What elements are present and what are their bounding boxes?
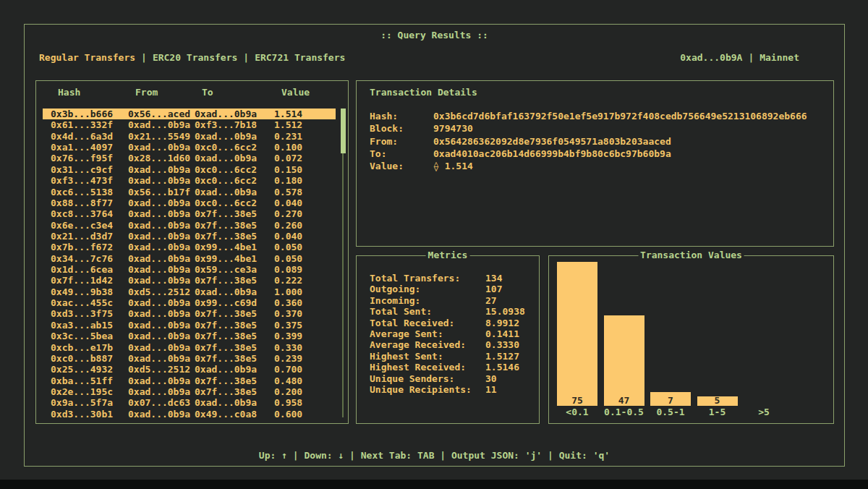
cell-to: 0xad...0b9a xyxy=(195,131,274,142)
table-row[interactable]: 0xba...51ff0xad...0b9a0x7f...38e50.480 xyxy=(43,375,336,386)
table-row[interactable]: 0x7b...f6720xad...0b9a0x99...4be10.050 xyxy=(43,242,336,252)
column-header-from: From xyxy=(135,87,202,98)
details-fields: Hash:0x3b6cd7d6bfaf163792f50e1ef5e917b97… xyxy=(370,110,826,172)
detail-field-value: ⟠ 1.514 xyxy=(433,160,473,172)
cell-value: 0.040 xyxy=(274,197,336,208)
table-row[interactable]: 0xd3...30b10xad...0b9a0x49...c0a80.600 xyxy=(43,409,336,420)
table-row[interactable]: 0x2e...195c0xad...0b9a0x7f...38e50.200 xyxy=(43,386,336,397)
cell-value: 0.231 xyxy=(274,131,336,142)
cell-value: 0.150 xyxy=(274,164,336,175)
tab-erc721-transfers[interactable]: ERC721 Transfers xyxy=(255,52,345,63)
table-row[interactable]: 0x3b...b6660x56...aced0xad...0b9a1.514 xyxy=(43,109,336,119)
table-row[interactable]: 0x7f...1d420xad...0b9a0x7f...38e50.222 xyxy=(43,275,336,286)
table-row[interactable]: 0xac...455c0xad...0b9a0x99...c69d0.360 xyxy=(43,297,336,308)
table-row[interactable]: 0x6e...c3e40xad...0b9a0x7f...38e50.260 xyxy=(43,220,336,231)
metric-label: Average Received: xyxy=(370,339,485,350)
cell-hash: 0xc8...3764 xyxy=(51,208,128,219)
cell-hash: 0xd3...30b1 xyxy=(51,409,128,420)
metric-item: Highest Sent:1.5127 xyxy=(370,351,535,362)
cell-to: 0x99...4be1 xyxy=(195,242,274,252)
tab-regular-transfers[interactable]: Regular Transfers xyxy=(39,52,135,63)
metric-label: Outgoing: xyxy=(370,284,485,294)
tab-separator: | xyxy=(237,52,255,63)
bar-count-label: 7 xyxy=(650,395,691,406)
chart-bar-slot: >5 xyxy=(744,406,784,418)
cell-hash: 0xc0...b887 xyxy=(51,353,128,364)
detail-field: From:0x564286362092d8e7936f0549571a803b2… xyxy=(370,135,826,148)
table-row[interactable]: 0x3c...5bea0xad...0b9a0x7f...38e50.399 xyxy=(43,331,336,341)
cell-hash: 0xd3...3f75 xyxy=(51,308,128,319)
cell-hash: 0xc6...5138 xyxy=(51,187,128,197)
cell-value: 0.270 xyxy=(274,208,336,219)
scrollbar-thumb[interactable] xyxy=(341,109,346,153)
tab-erc20-transfers[interactable]: ERC20 Transfers xyxy=(153,52,237,63)
metric-item: Total Sent:15.0938 xyxy=(370,306,535,317)
x-axis-label: 1-5 xyxy=(709,407,726,418)
metric-item: Unique Senders:30 xyxy=(370,373,535,384)
x-axis-label: >5 xyxy=(758,407,770,418)
cell-value: 0.700 xyxy=(274,364,336,375)
table-row[interactable]: 0xa1...40970xad...0b9a0xc0...6cc20.100 xyxy=(43,142,336,153)
table-row[interactable]: 0xc6...51380x56...b17f0xad...0b9a0.578 xyxy=(43,187,336,197)
cell-to: 0x7f...38e5 xyxy=(195,231,274,242)
wallet-address: 0xad...0b9A xyxy=(680,52,742,63)
cell-value: 0.100 xyxy=(274,142,336,153)
table-row[interactable]: 0x25...49320xd5...25120xad...0b9a0.700 xyxy=(43,364,336,375)
table-row[interactable]: 0x88...8f770xad...0b9a0xc0...6cc20.040 xyxy=(43,197,336,208)
table-row[interactable]: 0x31...c9cf0xad...0b9a0xc0...6cc20.150 xyxy=(43,164,336,175)
cell-from: 0xad...0b9a xyxy=(128,197,195,208)
metric-value: 0.1411 xyxy=(485,328,535,339)
cell-to: 0x7f...38e5 xyxy=(195,220,274,231)
transfers-table-panel: Hash From To Value 0x3b...b6660x56...ace… xyxy=(35,80,349,424)
metric-value: 0.3330 xyxy=(485,339,535,350)
table-row[interactable]: 0x61...332f0xad...0b9a0xf3...7b181.512 xyxy=(43,119,336,130)
table-row[interactable]: 0x49...9b380xd5...25120xad...0b9a1.000 xyxy=(43,286,336,297)
bar-count-label: 47 xyxy=(604,395,644,406)
table-row[interactable]: 0xc8...37640xad...0b9a0x7f...38e50.270 xyxy=(43,208,336,219)
cell-value: 0.072 xyxy=(274,153,336,163)
table-row[interactable]: 0xd3...3f750xad...0b9a0x7f...38e50.370 xyxy=(43,308,336,319)
cell-hash: 0x25...4932 xyxy=(51,364,128,375)
cell-to: 0xc0...6cc2 xyxy=(195,142,274,153)
table-row[interactable]: 0x34...7c760xad...0b9a0x99...4be10.050 xyxy=(43,253,336,264)
cell-hash: 0x9a...5f7a xyxy=(51,397,128,408)
chart-bar-slot: 75<0.1 xyxy=(557,262,597,418)
cell-hash: 0x1d...6cea xyxy=(51,264,128,275)
cell-hash: 0x2e...195c xyxy=(51,386,128,397)
cell-value: 0.375 xyxy=(274,320,336,331)
cell-value: 0.480 xyxy=(274,375,336,386)
cell-from: 0xad...0b9a xyxy=(128,231,195,242)
transfer-rows: 0x3b...b6660x56...aced0xad...0b9a1.5140x… xyxy=(36,109,348,420)
table-row[interactable]: 0xcb...e17b0xad...0b9a0x7f...38e50.330 xyxy=(43,342,336,353)
cell-hash: 0xa3...ab15 xyxy=(51,320,128,331)
cell-value: 0.360 xyxy=(274,297,336,308)
metric-item: Unique Recipients:11 xyxy=(370,384,535,395)
tab-bar: Regular Transfers|ERC20 Transfers|ERC721… xyxy=(39,52,345,64)
table-row[interactable]: 0x4d...6a3d0x21...55490xad...0b9a0.231 xyxy=(43,131,336,142)
table-row[interactable]: 0x1d...6cea0xad...0b9a0x59...ce3a0.089 xyxy=(43,264,336,275)
x-axis-label: 0.1-0.5 xyxy=(604,407,644,418)
detail-field-label: Hash: xyxy=(370,110,433,122)
table-row[interactable]: 0x21...d3d70xad...0b9a0x7f...38e50.040 xyxy=(43,231,336,242)
table-row[interactable]: 0x9a...5f7a0x07...dc630xad...0b9a0.958 xyxy=(43,397,336,408)
metric-value: 15.0938 xyxy=(485,306,535,317)
cell-value: 0.578 xyxy=(274,187,336,197)
table-row[interactable]: 0xa3...ab150xad...0b9a0x7f...38e50.375 xyxy=(43,320,336,331)
cell-value: 0.200 xyxy=(274,386,336,397)
table-row[interactable]: 0xc0...b8870xad...0b9a0x7f...38e50.239 xyxy=(43,353,336,364)
metric-item: Average Received:0.3330 xyxy=(370,339,535,350)
metric-label: Total Received: xyxy=(370,318,485,328)
cell-hash: 0x7f...1d42 xyxy=(51,275,128,286)
cell-from: 0x56...b17f xyxy=(128,187,195,197)
cell-value: 0.222 xyxy=(274,275,336,286)
metric-label: Highest Received: xyxy=(370,362,485,373)
metric-value: 30 xyxy=(485,373,535,384)
table-row[interactable]: 0x76...f95f0x28...1d600xad...0b9a0.072 xyxy=(43,153,336,163)
scrollbar-track[interactable] xyxy=(342,109,344,417)
detail-field-label: From: xyxy=(370,135,433,148)
table-row[interactable]: 0xf3...473f0xad...0b9a0xc0...6cc20.180 xyxy=(43,175,336,186)
wallet-network-info: 0xad...0b9A|Mainnet xyxy=(680,52,799,64)
cell-value: 0.260 xyxy=(274,220,336,231)
chart-bar-slot: 470.1-0.5 xyxy=(604,315,644,418)
detail-field-value: 0xad4010ac206b14d66999b4bf9b80c6bc97b60b… xyxy=(433,148,671,160)
